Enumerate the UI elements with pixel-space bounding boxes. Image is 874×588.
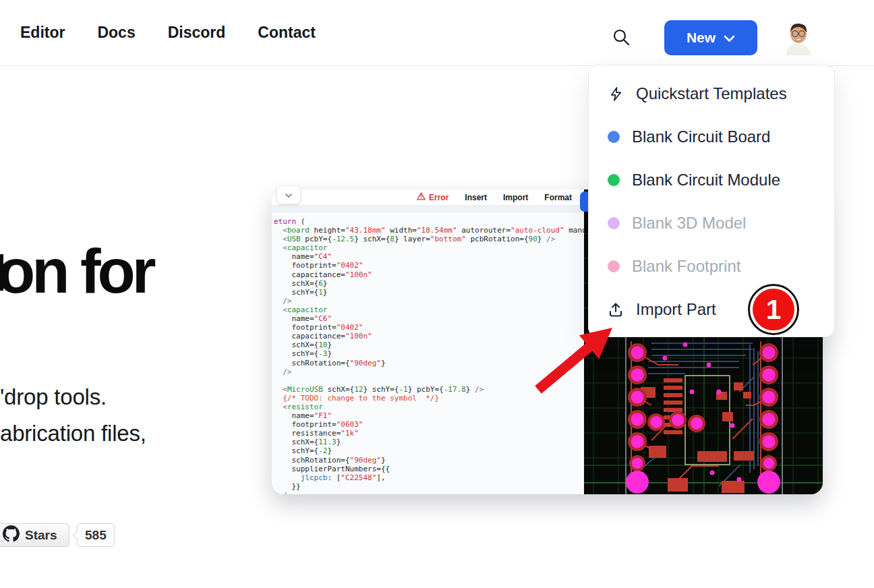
avatar[interactable] [780,19,816,55]
error-indicator[interactable]: Error [417,192,448,202]
menu-item-quickstart-templates[interactable]: Quickstart Templates [589,72,834,115]
menu-item-blank-3d-model: Blank 3D Model [589,202,834,245]
menu-format[interactable]: Format [544,193,572,202]
top-navigation-bar: Editor Docs Discord Contact New [0,0,874,66]
nav-link-editor[interactable]: Editor [20,24,65,42]
menu-item-label: Blank Circuit Module [632,171,780,189]
github-star-count[interactable]: 585 [77,523,115,547]
green-dot-icon [608,174,620,186]
hero-paragraph-line-1: 'drop tools. [0,379,146,415]
chevron-down-icon [285,189,292,201]
new-button-label: New [687,30,716,46]
blue-dot-icon [608,131,620,143]
menu-item-label: Blank 3D Model [632,214,746,233]
code-editor-scroll-strip [272,206,584,212]
zap-icon [608,86,624,102]
menu-item-label: Blank Circuit Board [632,127,770,146]
search-icon [612,28,631,49]
hero-paragraph: 'drop tools. abrication files, [0,379,146,452]
new-button[interactable]: New [664,20,757,55]
menu-item-blank-circuit-board[interactable]: Blank Circuit Board [589,115,834,158]
menu-item-label: Blank Footprint [632,257,740,276]
lavender-dot-icon [608,217,620,229]
chevron-down-icon [724,30,735,46]
menu-item-blank-circuit-module[interactable]: Blank Circuit Module [589,158,834,202]
search-button[interactable] [610,28,632,49]
code-editor-pane: Error Insert Import Format eturn ( <boar… [272,189,584,494]
hero-paragraph-line-2: abrication files, [0,415,146,452]
github-icon [3,525,20,546]
menu-import[interactable]: Import [503,193,528,202]
code-editor-toolbar: Error Insert Import Format [272,189,584,206]
menu-item-blank-footprint: Blank Footprint [589,245,834,288]
editor-collapse-tab[interactable] [277,186,300,204]
new-dropdown-menu: Quickstart Templates Blank Circuit Board… [588,65,835,337]
upload-icon [608,301,624,318]
menu-item-label: Import Part [636,300,716,319]
nav-link-discord[interactable]: Discord [168,24,226,42]
menu-insert[interactable]: Insert [465,193,487,202]
step-1-badge: 1 [748,284,799,335]
menu-item-label: Quickstart Templates [636,84,787,103]
hero-heading-fragment: on for [0,240,153,302]
pink-dot-icon [608,260,620,272]
nav-links: Editor Docs Discord Contact [20,0,316,65]
nav-link-docs[interactable]: Docs [97,24,135,42]
nav-link-contact[interactable]: Contact [258,24,316,42]
github-stars-button[interactable]: Stars [0,523,69,547]
warning-triangle-icon [417,192,426,202]
github-stars-label: Stars [25,528,57,543]
code-area[interactable]: eturn ( <board height="43.18mm" width="1… [272,212,584,494]
